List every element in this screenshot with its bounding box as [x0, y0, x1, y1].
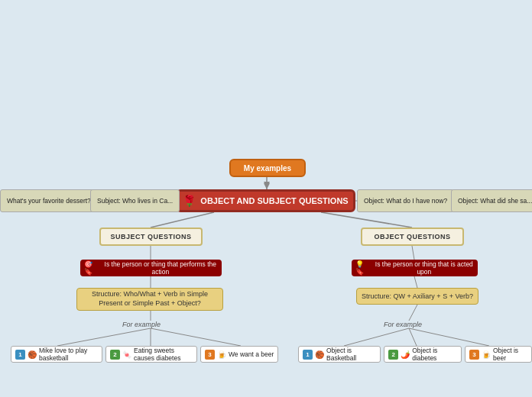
obj-example-text-3: Object is beer — [493, 347, 527, 362]
svg-line-8 — [57, 328, 151, 346]
object-example-3: 3 🍺 Object is beer — [465, 346, 532, 363]
obj-example-emoji-3: 🍺 — [482, 350, 491, 359]
example-text-2: Eating sweets causes diabetes — [134, 347, 193, 362]
obj-example-num-2: 2 — [388, 350, 398, 360]
scroll-item-left2: Subject: Who lives in Ca... — [90, 189, 180, 212]
example-text-1: Mike love to play basketball — [39, 347, 98, 362]
object-structure-node: Structure: QW + Axiliary + S + Verb? — [356, 288, 478, 305]
subject-examples-row: 1 🏀 Mike love to play basketball 2 🍬 Eat… — [11, 346, 278, 363]
object-example-2: 2 🌶️ Object is diabetes — [384, 346, 462, 363]
svg-line-4 — [321, 212, 412, 228]
scroll-item-right2: Object: What did she sa... — [451, 189, 532, 212]
obj-example-emoji-1: 🏀 — [315, 350, 324, 359]
example-num-2: 2 — [110, 350, 120, 360]
obj-example-emoji-2: 🌶️ — [401, 350, 410, 359]
central-icon: 🌹 — [183, 195, 196, 207]
object-description-node: 💡🔖 Is the person or thing that is acted … — [352, 260, 478, 276]
obj-example-num-3: 3 — [469, 350, 479, 360]
example-emoji-3: 🍺 — [217, 350, 226, 359]
example-emoji-2: 🍬 — [122, 350, 131, 359]
obj-example-text-2: Object is diabetes — [412, 347, 457, 362]
example-num-3: 3 — [205, 350, 215, 360]
svg-line-11 — [412, 246, 414, 260]
object-questions-node: OBJECT QUESTIONS — [361, 228, 464, 246]
subject-example-2: 2 🍬 Eating sweets causes diabetes — [105, 346, 197, 363]
subject-example-1: 1 🏀 Mike love to play basketball — [11, 346, 102, 363]
obj-desc-emoji: 💡🔖 — [352, 260, 368, 276]
my-examples-node: My examples — [229, 159, 306, 177]
subject-example-3: 3 🍺 We want a beer — [200, 346, 278, 363]
subj-desc-text: Is the person or thing that performs the… — [99, 260, 222, 276]
svg-marker-18 — [264, 183, 270, 189]
object-examples-row: 1 🏀 Object is Basketball 2 🌶️ Object is … — [298, 346, 532, 363]
svg-line-14 — [344, 328, 409, 346]
subject-questions-node: SUBJECT QUESTIONS — [99, 228, 203, 246]
example-num-1: 1 — [15, 350, 25, 360]
svg-line-15 — [409, 328, 417, 346]
svg-line-3 — [151, 212, 214, 228]
obj-desc-text: Is the person or thing that is acted upo… — [371, 260, 478, 276]
for-example-label-right: For example — [384, 321, 422, 328]
svg-line-16 — [409, 328, 489, 346]
scroll-item-left1: What's your favorite dessert? — [0, 189, 98, 212]
svg-line-10 — [151, 328, 241, 346]
for-example-label-left: For example — [122, 321, 161, 328]
example-text-3: We want a beer — [229, 350, 274, 358]
obj-example-num-1: 1 — [303, 350, 313, 360]
central-node: 🌹 OBJECT AND SUBJECT QUESTIONS — [176, 189, 355, 212]
subj-desc-emoji: 🎯🔖 — [80, 260, 96, 276]
obj-example-text-1: Object is Basketball — [326, 347, 376, 362]
svg-marker-17 — [264, 182, 270, 188]
object-example-1: 1 🏀 Object is Basketball — [298, 346, 381, 363]
example-emoji-1: 🏀 — [28, 350, 37, 359]
subject-structure-node: Structure: Who/What + Verb in Simple Pre… — [76, 288, 223, 311]
central-label: OBJECT AND SUBJECT QUESTIONS — [200, 196, 348, 205]
svg-line-12 — [414, 276, 417, 288]
scroll-item-right1: Object: What do I have now? — [357, 189, 454, 212]
svg-line-13 — [409, 305, 417, 321]
subject-description-node: 🎯🔖 Is the person or thing that performs … — [80, 260, 222, 276]
